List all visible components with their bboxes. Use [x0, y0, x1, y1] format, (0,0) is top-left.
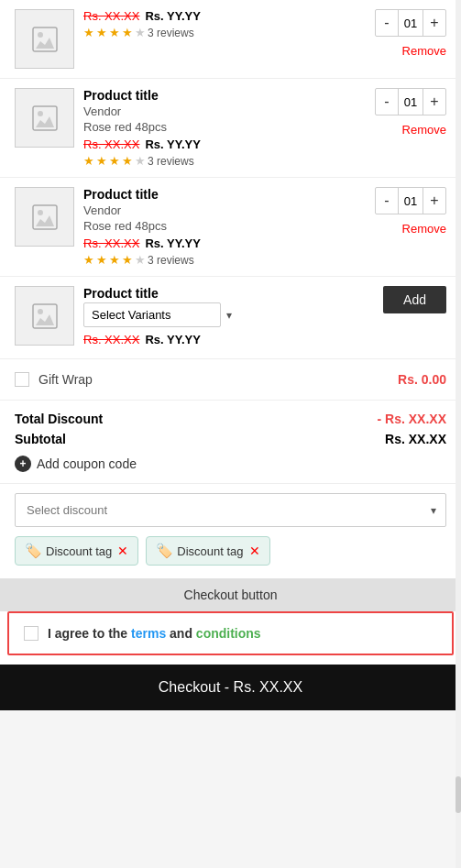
product-item-0: Rs. XX.XX Rs. YY.YY ★ ★ ★ ★ ★ 3 reviews … — [0, 0, 461, 79]
product-variant-2: Rose red 48pcs — [83, 219, 364, 233]
gift-wrap-checkbox[interactable] — [15, 372, 29, 387]
remove-btn-0[interactable]: Remove — [402, 44, 446, 58]
star-2-2: ★ — [96, 253, 107, 267]
product-image-2 — [15, 187, 74, 247]
qty-decrease-2[interactable]: - — [376, 188, 398, 214]
add-price-original: Rs. XX.XX — [83, 333, 139, 346]
chevron-down-icon: ▾ — [226, 309, 232, 322]
star-3: ★ — [109, 26, 120, 39]
terms-row: I agree to the terms and conditions — [7, 611, 454, 655]
add-price-row: Rs. XX.XX Rs. YY.YY — [83, 333, 364, 346]
remove-btn-1[interactable]: Remove — [402, 123, 446, 137]
product-controls-0: - 01 + Remove — [373, 9, 446, 58]
qty-decrease-0[interactable]: - — [376, 10, 398, 36]
qty-increase-2[interactable]: + — [423, 188, 445, 214]
star-2-1: ★ — [83, 253, 94, 267]
checkout-section-label: Checkout button — [0, 578, 461, 611]
discount-tag-label-0: Discount tag — [46, 544, 112, 558]
discount-select-wrapper: ▾ — [15, 493, 446, 527]
terms-link[interactable]: terms — [131, 626, 166, 641]
qty-increase-1[interactable]: + — [423, 89, 445, 115]
star-1: ★ — [83, 26, 94, 39]
gift-wrap-label: Gift Wrap — [38, 372, 398, 387]
reviews-count-0: 3 reviews — [148, 27, 194, 39]
remove-btn-2[interactable]: Remove — [402, 222, 446, 236]
qty-control-2: - 01 + — [375, 187, 446, 214]
star-2-3: ★ — [109, 253, 120, 267]
price-current-2: Rs. YY.YY — [145, 236, 200, 250]
add-product-title: Product title — [83, 286, 364, 301]
reviews-count-1: 3 reviews — [148, 155, 194, 168]
star-2-4: ★ — [122, 253, 133, 267]
discount-tag-icon-1: 🏷️ — [156, 543, 173, 559]
totals-section: Total Discount - Rs. XX.XX Subtotal Rs. … — [0, 401, 461, 484]
add-controls: Add — [373, 286, 446, 313]
svg-point-5 — [38, 210, 43, 215]
qty-value-1: 01 — [398, 89, 423, 115]
gift-wrap-row: Gift Wrap Rs. 0.00 — [0, 359, 461, 401]
discount-tag-close-1[interactable]: ✕ — [249, 544, 260, 558]
coupon-label: Add coupon code — [37, 456, 137, 471]
qty-control-0: - 01 + — [375, 9, 446, 37]
add-button[interactable]: Add — [383, 286, 446, 313]
terms-text: I agree to the terms and conditions — [48, 626, 261, 641]
star-1-2: ★ — [96, 154, 107, 168]
discount-tag-1: 🏷️ Discount tag ✕ — [146, 536, 269, 566]
product-image-0 — [15, 9, 74, 69]
discount-tag-icon-0: 🏷️ — [25, 543, 42, 559]
checkout-button[interactable]: Checkout - Rs. XX.XX — [0, 665, 461, 710]
stars-0: ★ ★ ★ ★ ★ 3 reviews — [83, 26, 364, 39]
conditions-link[interactable]: conditions — [196, 626, 261, 641]
add-product-item: Product title Select Variants ▾ Rs. XX.X… — [0, 277, 461, 359]
qty-value-2: 01 — [398, 188, 423, 214]
qty-control-1: - 01 + — [375, 88, 446, 115]
star-2: ★ — [96, 26, 107, 39]
star-1-1: ★ — [83, 154, 94, 168]
svg-point-3 — [38, 111, 43, 116]
price-original-0: Rs. XX.XX — [83, 9, 139, 23]
product-controls-2: - 01 + Remove — [373, 187, 446, 236]
svg-point-7 — [38, 309, 43, 314]
variant-select[interactable]: Select Variants — [83, 302, 221, 327]
gift-wrap-price: Rs. 0.00 — [398, 372, 446, 387]
product-title-2: Product title — [83, 187, 364, 202]
product-variant-1: Rose red 48pcs — [83, 120, 364, 134]
star-1-3: ★ — [109, 154, 120, 168]
product-vendor-2: Vendor — [83, 203, 364, 217]
subtotal-value: Rs. XX.XX — [385, 432, 446, 446]
price-row-0: Rs. XX.XX Rs. YY.YY — [83, 9, 364, 23]
reviews-count-2: 3 reviews — [148, 254, 194, 267]
chevron-down-icon: ▾ — [431, 504, 436, 517]
svg-point-1 — [38, 32, 43, 38]
coupon-row[interactable]: + Add coupon code — [15, 456, 446, 472]
discount-row: Total Discount - Rs. XX.XX — [15, 412, 446, 426]
discount-select-row: ▾ — [0, 484, 461, 527]
qty-increase-0[interactable]: + — [423, 10, 445, 36]
discount-select-input[interactable] — [16, 494, 445, 526]
terms-checkbox[interactable] — [24, 626, 38, 641]
product-info-1: Product title Vendor Rose red 48pcs Rs. … — [83, 88, 364, 168]
product-info-0: Rs. XX.XX Rs. YY.YY ★ ★ ★ ★ ★ 3 reviews — [83, 9, 364, 39]
qty-decrease-1[interactable]: - — [376, 89, 398, 115]
add-product-info: Product title Select Variants ▾ Rs. XX.X… — [83, 286, 364, 349]
plus-icon: + — [15, 456, 31, 472]
discount-tag-label-1: Discount tag — [177, 544, 243, 558]
price-current-1: Rs. YY.YY — [145, 137, 200, 151]
product-image-1 — [15, 88, 74, 148]
qty-value-0: 01 — [398, 10, 423, 36]
price-row-1: Rs. XX.XX Rs. YY.YY — [83, 137, 364, 151]
price-original-2: Rs. XX.XX — [83, 236, 139, 250]
add-price-current: Rs. YY.YY — [145, 333, 200, 346]
scrollbar-thumb[interactable] — [456, 776, 461, 813]
stars-1: ★ ★ ★ ★ ★ 3 reviews — [83, 154, 364, 168]
price-original-1: Rs. XX.XX — [83, 137, 139, 151]
price-current-0: Rs. YY.YY — [145, 9, 200, 23]
product-controls-1: - 01 + Remove — [373, 88, 446, 137]
product-item-1: Product title Vendor Rose red 48pcs Rs. … — [0, 79, 461, 178]
price-row-2: Rs. XX.XX Rs. YY.YY — [83, 236, 364, 250]
discount-tag-close-0[interactable]: ✕ — [117, 544, 128, 558]
add-product-image — [15, 286, 74, 346]
terms-agree-text: I agree to the — [48, 626, 131, 641]
total-discount-value: - Rs. XX.XX — [378, 412, 446, 426]
product-title-1: Product title — [83, 88, 364, 103]
